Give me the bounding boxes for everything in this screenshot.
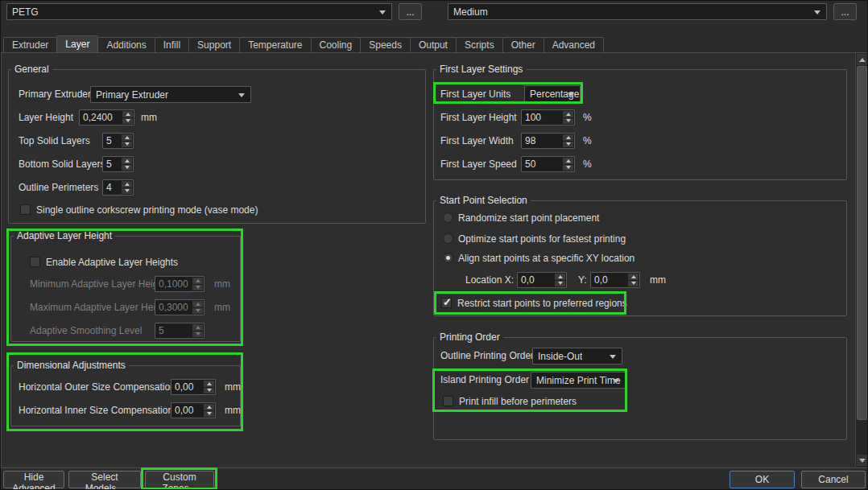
tab-layer[interactable]: Layer (56, 35, 98, 52)
cancel-button[interactable]: Cancel (801, 471, 866, 488)
spin-down-icon[interactable] (122, 142, 132, 148)
outer-compensation-value[interactable]: 0,00 (175, 380, 193, 394)
scroll-down-icon[interactable] (857, 455, 867, 466)
randomize-start-radio[interactable] (443, 212, 453, 223)
optimize-start-radio[interactable] (443, 233, 453, 244)
first-layer-height-spinner[interactable]: 100 (521, 109, 575, 126)
vase-mode-label: Single outline corkscrew printing mode (… (36, 202, 258, 218)
location-y-value[interactable]: 0,0 (594, 273, 608, 287)
infill-before-perimeters-label: Print infill before perimeters (459, 393, 577, 410)
layer-height-spinner[interactable]: 0,2400 (79, 109, 134, 126)
first-layer-units-select[interactable]: Percentage (524, 85, 581, 102)
first-layer-width-label: First Layer Width (440, 133, 514, 149)
infill-before-perimeters-checkbox[interactable] (443, 396, 453, 406)
spin-down-icon[interactable] (563, 165, 573, 171)
first-layer-width-spinner[interactable]: 98 (521, 133, 575, 149)
spin-down-icon[interactable] (122, 188, 132, 195)
bottom-solid-layers-value[interactable]: 5 (106, 157, 112, 171)
enable-adaptive-label: Enable Adaptive Layer Heights (46, 254, 178, 270)
scrollbar-handle[interactable] (857, 66, 867, 420)
spin-up-icon[interactable] (122, 181, 132, 187)
first-layer-speed-spinner[interactable]: 50 (521, 156, 575, 172)
spin-up-icon[interactable] (563, 158, 573, 164)
spin-up-icon[interactable] (204, 404, 214, 410)
tab-advanced[interactable]: Advanced (544, 37, 604, 52)
restrict-start-points-checkbox[interactable] (441, 298, 452, 308)
island-printing-order-select[interactable]: Minimize Print Time (531, 372, 626, 389)
spin-down-icon[interactable] (122, 118, 133, 125)
material-preset-value: PETG (7, 6, 39, 18)
quality-more-button[interactable]: ... (833, 3, 857, 20)
spin-down-icon[interactable] (563, 118, 573, 125)
tab-support[interactable]: Support (188, 37, 240, 52)
custom-zones-button[interactable]: Custom Zones... (145, 471, 214, 488)
tab-output[interactable]: Output (410, 37, 457, 52)
outer-compensation-label: Horizontal Outer Size Compensation (19, 379, 176, 395)
location-x-label: Location X: (465, 272, 514, 288)
scroll-up-icon[interactable] (857, 54, 867, 65)
location-x-spinner[interactable]: 0,0 (517, 272, 567, 288)
island-printing-order-value: Minimize Print Time (531, 375, 621, 386)
top-solid-layers-value[interactable]: 5 (106, 134, 112, 148)
enable-adaptive-checkbox[interactable] (30, 257, 40, 267)
first-layer-height-value[interactable]: 100 (525, 110, 541, 125)
outline-perimeters-value[interactable]: 4 (106, 180, 112, 195)
randomize-start-label: Randomize start point placement (458, 210, 599, 226)
max-adaptive-spinner: 0,3000 (155, 299, 205, 315)
vertical-scrollbar[interactable] (855, 53, 867, 467)
inner-compensation-value[interactable]: 0,00 (175, 403, 193, 418)
spin-up-icon[interactable] (628, 274, 639, 280)
layer-height-unit: mm (141, 109, 157, 126)
spin-up-icon[interactable] (563, 111, 573, 117)
tab-other[interactable]: Other (502, 37, 544, 52)
tab-temperature[interactable]: Temperature (239, 37, 311, 52)
inner-compensation-spinner[interactable]: 0,00 (171, 402, 216, 418)
outline-perimeters-spinner[interactable]: 4 (102, 179, 134, 196)
bottom-solid-layers-spinner[interactable]: 5 (102, 156, 134, 172)
tab-speeds[interactable]: Speeds (360, 37, 411, 52)
spin-up-icon[interactable] (204, 381, 214, 387)
spin-up-icon[interactable] (122, 158, 132, 164)
material-preset-select[interactable]: PETG (6, 3, 392, 20)
vase-mode-checkbox[interactable] (20, 204, 31, 215)
max-adaptive-value: 0,3000 (159, 300, 188, 315)
spin-down-icon (192, 308, 203, 315)
spin-down-icon[interactable] (555, 281, 565, 287)
min-adaptive-label: Minimum Adaptive Layer Height (30, 276, 166, 292)
location-y-spinner[interactable]: 0,0 (590, 272, 640, 288)
material-more-button[interactable]: ... (399, 3, 422, 20)
printing-order-group-title: Printing Order (436, 331, 503, 344)
spin-up-icon[interactable] (555, 274, 565, 280)
spin-up-icon[interactable] (563, 134, 573, 141)
select-models-button[interactable]: Select Models... (68, 471, 141, 488)
spin-down-icon[interactable] (122, 165, 132, 171)
primary-extruder-select[interactable]: Primary Extruder (90, 86, 251, 103)
first-layer-width-value[interactable]: 98 (525, 134, 535, 148)
outline-printing-order-select[interactable]: Inside-Out (532, 348, 622, 364)
spin-down-icon[interactable] (628, 281, 639, 287)
align-start-radio[interactable] (443, 253, 453, 263)
spin-up-icon[interactable] (122, 134, 132, 141)
primary-extruder-value: Primary Extruder (91, 89, 168, 101)
spin-down-icon[interactable] (204, 411, 214, 418)
tab-extruder[interactable]: Extruder (3, 37, 57, 52)
tab-additions[interactable]: Additions (97, 37, 155, 52)
quality-preset-select[interactable]: Medium (448, 3, 827, 20)
first-layer-height-label: First Layer Height (440, 109, 517, 126)
layer-height-value[interactable]: 0,2400 (83, 110, 113, 125)
spin-down-icon[interactable] (204, 388, 214, 394)
tab-scripts[interactable]: Scripts (456, 37, 503, 52)
tab-cooling[interactable]: Cooling (311, 37, 362, 52)
spin-up-icon[interactable] (122, 111, 133, 117)
first-layer-speed-unit: % (583, 156, 592, 172)
restrict-start-points-label: Restrict start points to preferred regio… (457, 295, 627, 311)
spin-down-icon[interactable] (563, 142, 573, 148)
inner-compensation-label: Horizontal Inner Size Compensation (19, 402, 173, 418)
top-solid-layers-spinner[interactable]: 5 (102, 133, 134, 149)
ok-button[interactable]: OK (730, 471, 795, 488)
outer-compensation-spinner[interactable]: 0,00 (171, 379, 216, 395)
location-x-value[interactable]: 0,0 (521, 273, 535, 287)
hide-advanced-button[interactable]: Hide Advanced (3, 471, 64, 488)
first-layer-speed-value[interactable]: 50 (525, 157, 535, 171)
tab-infill[interactable]: Infill (155, 37, 189, 52)
